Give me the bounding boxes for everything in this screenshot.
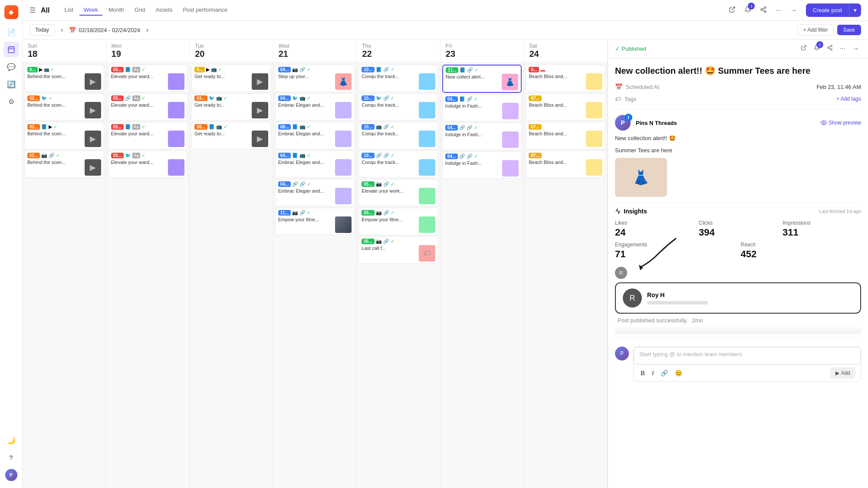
preview-section: P f Pins N Threads Show preview New coll… <box>615 109 861 197</box>
post-card[interactable]: 0... ▬ Beach Bliss and... <box>526 65 605 92</box>
day-header-sun: Sun 18 <box>23 39 106 62</box>
post-card[interactable]: 02... 📘 ▶ ✓ Behind the scen... ▶ <box>24 122 104 149</box>
post-card[interactable]: 03... 🔗 Aa ✓ Elevate your ward... <box>108 93 188 121</box>
last-fetched-label: Last fetched 1d ago <box>819 209 861 214</box>
post-card[interactable]: 04... 📷 🔗 ✓ Step up your... 👗 <box>275 65 355 92</box>
post-card[interactable]: 04... 📘 🔗 ✓ Indulge in Fash... <box>442 94 522 121</box>
next-week-button[interactable]: › <box>144 24 151 36</box>
insights-grid-top: Likes 24 Clicks 394 Impressions 311 <box>615 220 861 238</box>
roy-subtitle <box>647 301 708 305</box>
svg-point-11 <box>830 45 832 47</box>
post-card[interactable]: 07... Beach Bliss and... <box>526 93 605 121</box>
panel-external-link-icon[interactable] <box>799 43 809 54</box>
post-card[interactable]: 0... ▶ 📺 ✓ Behind the scen... ▶ <box>24 65 104 92</box>
post-card[interactable]: 08... 📘 📺 ✓ Get ready to... ▶ <box>191 122 271 149</box>
panel-more-icon[interactable]: ··· <box>838 43 847 54</box>
published-badge: ✓ Published <box>615 46 646 52</box>
post-card[interactable]: 05... 📷 🔗 ✓ Last call f... 🏷 <box>358 236 438 264</box>
show-preview-button[interactable]: Show preview <box>821 120 861 126</box>
create-post-button[interactable]: Create post <box>806 3 849 17</box>
day-col-wed: 04... 📷 🔗 ✓ Step up your... 👗 04... <box>273 63 357 488</box>
svg-point-7 <box>764 10 766 12</box>
sidebar-item-help[interactable]: ? <box>3 450 19 465</box>
post-card[interactable]: 04... 🔗 🔗 ✓ Embrac Elegan and... <box>275 179 355 206</box>
post-card[interactable]: 03... 🐦 Aa ✓ Elevate your ward... <box>108 151 188 178</box>
tab-list[interactable]: List <box>60 5 77 16</box>
tab-month[interactable]: Month <box>104 5 128 16</box>
create-post-dropdown-button[interactable]: ▾ <box>849 3 861 17</box>
add-filter-button[interactable]: + Add filter <box>798 24 834 36</box>
insights-grid-bottom: Engagements 71 Reach 452 <box>615 242 861 260</box>
preview-image: 👗 <box>615 158 667 197</box>
date-range: 📅 02/18/2024 - 02/24/2024 <box>69 27 140 33</box>
post-card[interactable]: 04... 🔗 🔗 ✓ Indulge in Fash... <box>442 151 522 179</box>
post-card[interactable]: 0... ▶ 📺 ✓ Get ready to... ▶ <box>191 65 271 92</box>
post-card[interactable]: 04... 🔗 🔗 ✓ Indulge in Fash... <box>442 123 522 150</box>
svg-rect-0 <box>8 47 14 53</box>
panel-close-icon[interactable]: → <box>851 43 861 54</box>
post-card[interactable]: 05... 📷 🔗 ✓ Empow your fitne... <box>358 208 438 235</box>
post-card[interactable]: 02... 📷 🔗 ✓ Behind the scen... ▶ <box>24 151 104 178</box>
link-icon[interactable]: 🔗 <box>659 369 670 377</box>
italic-icon[interactable]: I <box>650 369 655 377</box>
sidebar-item-inbox[interactable]: 💬 <box>3 59 19 75</box>
sidebar-item-feed[interactable]: 📄 <box>3 24 19 40</box>
post-card[interactable]: 04... 📘 📺 ✓ Embrac Elegan and... <box>275 151 355 178</box>
today-button[interactable]: Today <box>30 24 55 36</box>
svg-line-8 <box>763 10 765 11</box>
roy-card[interactable]: R Roy H <box>615 282 861 314</box>
post-card[interactable]: 08... 📘 📺 ✓ Embrac Elegan and... <box>275 122 355 149</box>
sidebar-item-avatar[interactable]: P <box>3 467 19 483</box>
tab-assets[interactable]: Assets <box>151 5 177 16</box>
add-comment-button[interactable]: ▶ Add <box>830 367 855 379</box>
prev-week-button[interactable]: ‹ <box>58 24 66 36</box>
share-icon[interactable] <box>758 4 769 16</box>
post-card[interactable]: 11... 📷 🔗 ✓ Empow your fitne... <box>275 208 355 235</box>
account-name: Pins N Threads <box>636 120 677 126</box>
save-button[interactable]: Save <box>837 25 861 35</box>
post-card[interactable]: 03... 🐦 📺 ✓ Get ready to... ▶ <box>191 93 271 121</box>
post-card[interactable]: 07... Beach Bliss and... <box>526 151 605 178</box>
sidebar-item-settings[interactable]: ⚙ <box>3 94 19 109</box>
collapse-icon[interactable]: → <box>789 5 799 16</box>
svg-point-12 <box>827 47 829 49</box>
post-card[interactable]: 03... 📘 Aa ✓ Elevate your ward... <box>108 65 188 92</box>
tab-post-performance[interactable]: Post performance <box>178 5 232 16</box>
external-link-icon[interactable] <box>727 4 737 16</box>
faded-content <box>615 325 861 334</box>
tab-grid[interactable]: Grid <box>130 5 150 16</box>
page-title: All <box>41 7 49 14</box>
sidebar-item-analytics[interactable]: 🔄 <box>3 76 19 92</box>
post-card[interactable]: 10... 🐦 🔗 ✓ Conqu the track... <box>358 93 438 121</box>
app-logo[interactable]: ◈ <box>4 5 18 19</box>
nav-tabs: List Week Month Grid Assets Post perform… <box>60 5 232 16</box>
roy-avatar: R <box>623 288 642 308</box>
sidebar-item-calendar[interactable] <box>3 42 19 57</box>
emoji-icon[interactable]: 😊 <box>673 369 684 377</box>
add-tags-button[interactable]: + Add tags <box>836 96 861 102</box>
post-card[interactable]: 10... 🔗 🔗 ✓ Conqu the track... <box>358 151 438 178</box>
post-card[interactable]: 05... 📷 🔗 ✓ Elevate your work... <box>358 179 438 206</box>
comment-input[interactable]: Start typing @ to mention team members <box>634 347 861 364</box>
day-header-fri: Fri 23 <box>441 39 524 62</box>
comment-toolbar: B I 🔗 😊 ▶ Add <box>634 364 861 381</box>
hamburger-icon[interactable]: ☰ <box>30 6 36 14</box>
more-options-icon[interactable]: ··· <box>774 5 783 16</box>
post-card[interactable]: 10... 📘 🔗 ✓ Conqu the track... <box>358 65 438 92</box>
post-card[interactable]: 10... 📺 🔗 ✓ Conqu the track... <box>358 122 438 149</box>
preview-image-inner: 👗 <box>615 158 667 197</box>
panel-share-icon[interactable] <box>825 43 835 54</box>
bold-icon[interactable]: B <box>639 369 647 377</box>
tab-week[interactable]: Week <box>79 5 102 16</box>
calendar-icon: 📅 <box>615 83 622 90</box>
day-header-wed: Wed 21 <box>273 39 357 62</box>
post-card[interactable]: 03... 📘 Aa ✓ Elevate your ward... <box>108 122 188 149</box>
post-card[interactable]: 04... 🐦 📺 ✓ Embrac Elegan and... <box>275 93 355 121</box>
post-card[interactable]: 02... 🐦 ✓ Behind the scen... ▶ <box>24 93 104 121</box>
roy-section: R R Roy H <box>615 267 861 314</box>
svg-point-13 <box>830 49 832 50</box>
post-card[interactable]: 11... 📘 🔗 ✓ New collect alert... 👗 <box>442 65 522 93</box>
sidebar-item-moon[interactable]: 🌙 <box>3 432 19 448</box>
panel-body: New collection alert!! 🤩 Summer Tees are… <box>608 58 868 488</box>
post-card[interactable]: 07... Beach Bliss and... <box>526 122 605 149</box>
